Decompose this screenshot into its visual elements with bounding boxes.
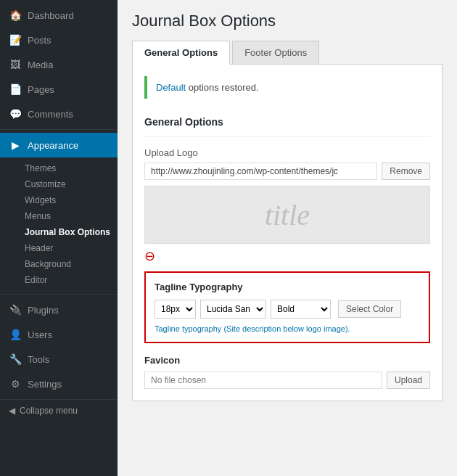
sidebar-item-label: Settings — [28, 379, 62, 390]
comments-icon: 💬 — [9, 107, 22, 120]
sidebar-item-label: Comments — [28, 109, 73, 120]
tools-icon: 🔧 — [9, 353, 22, 366]
sidebar-sub-customize[interactable]: Customize — [19, 176, 118, 192]
sidebar-item-media[interactable]: 🖼 Media — [0, 52, 118, 77]
sidebar-sub-menus[interactable]: Menus — [19, 208, 118, 224]
media-icon: 🖼 — [9, 58, 22, 71]
sidebar-item-label: Tools — [28, 354, 49, 365]
tagline-weight-select[interactable]: Bold NormalItalicBold Italic — [271, 300, 331, 319]
tab-footer-options[interactable]: Footer Options — [232, 41, 319, 64]
pages-icon: 📄 — [9, 83, 22, 96]
sidebar-sub-background[interactable]: Background — [19, 256, 118, 272]
tagline-font-select[interactable]: Lucida San ArialGeorgiaTahomaVerdana — [200, 300, 266, 319]
logo-preview: title — [144, 186, 430, 244]
sidebar-item-pages[interactable]: 📄 Pages — [0, 77, 118, 102]
posts-icon: 📝 — [9, 33, 22, 46]
logo-url-input[interactable] — [144, 163, 377, 180]
sidebar-item-appearance[interactable]: ▶ Appearance — [0, 133, 118, 157]
tagline-size-select[interactable]: 18px 8px10px12px14px16px20px24px — [155, 300, 196, 319]
tagline-title: Tagline Typography — [155, 282, 420, 292]
sidebar-sub-widgets[interactable]: Widgets — [19, 192, 118, 208]
plugins-icon: 🔌 — [9, 303, 22, 316]
sidebar-item-tools[interactable]: 🔧 Tools — [0, 347, 118, 372]
collapse-menu[interactable]: ◀ Collapse menu — [0, 400, 118, 422]
collapse-icon: ◀ — [9, 406, 15, 416]
sidebar-item-posts[interactable]: 📝 Posts — [0, 28, 118, 52]
upload-button[interactable]: Upload — [387, 372, 430, 389]
tagline-description: Tagline typography (Site description bel… — [155, 324, 420, 333]
content-area: Default options restored. General Option… — [132, 65, 442, 401]
dashboard-icon: 🏠 — [9, 9, 22, 22]
sidebar-item-settings[interactable]: ⚙ Settings — [0, 372, 118, 396]
main-content: Journal Box Options General Options Foot… — [118, 0, 457, 476]
general-options-heading: General Options — [144, 110, 430, 137]
remove-circle-icon[interactable]: ⊖ — [144, 248, 155, 264]
tab-general-options[interactable]: General Options — [132, 41, 230, 65]
sidebar-item-label: Posts — [28, 35, 52, 46]
logo-preview-text: title — [265, 198, 310, 232]
sidebar-item-label: Dashboard — [28, 10, 74, 21]
sidebar-item-dashboard[interactable]: 🏠 Dashboard — [0, 3, 118, 28]
favicon-label: Favicon — [144, 355, 430, 366]
logo-url-row: Remove — [144, 163, 430, 180]
notice-link[interactable]: Default — [156, 82, 186, 93]
sidebar-item-label: Appearance — [28, 140, 78, 151]
tagline-controls: 18px 8px10px12px14px16px20px24px Lucida … — [155, 300, 420, 319]
users-icon: 👤 — [9, 328, 22, 341]
sidebar-item-label: Pages — [28, 84, 54, 95]
sidebar-item-label: Users — [28, 329, 52, 340]
notice-bar: Default options restored. — [144, 76, 430, 99]
sidebar-item-label: Media — [28, 60, 53, 70]
favicon-row: Upload — [144, 372, 430, 389]
sidebar-item-users[interactable]: 👤 Users — [0, 322, 118, 347]
settings-icon: ⚙ — [9, 377, 22, 390]
notice-message: options restored. — [186, 82, 258, 93]
sidebar-sub-header[interactable]: Header — [19, 240, 118, 256]
sidebar-sub-editor[interactable]: Editor — [19, 272, 118, 288]
select-color-button[interactable]: Select Color — [338, 300, 401, 318]
appearance-icon: ▶ — [9, 139, 22, 152]
favicon-input[interactable] — [144, 372, 382, 389]
upload-logo-label: Upload Logo — [144, 147, 430, 158]
favicon-section: Favicon Upload — [144, 355, 430, 389]
remove-button[interactable]: Remove — [382, 163, 430, 180]
sidebar-item-plugins[interactable]: 🔌 Plugins — [0, 298, 118, 322]
tagline-box: Tagline Typography 18px 8px10px12px14px1… — [144, 271, 430, 343]
tab-bar: General Options Footer Options — [132, 41, 442, 65]
sidebar-item-comments[interactable]: 💬 Comments — [0, 102, 118, 126]
sidebar-sub-journal-box-options[interactable]: Journal Box Options — [19, 224, 118, 240]
collapse-label: Collapse menu — [20, 406, 78, 416]
sidebar-sub-themes[interactable]: Themes — [19, 160, 118, 176]
sidebar-item-label: Plugins — [28, 305, 59, 316]
page-title: Journal Box Options — [132, 12, 442, 30]
